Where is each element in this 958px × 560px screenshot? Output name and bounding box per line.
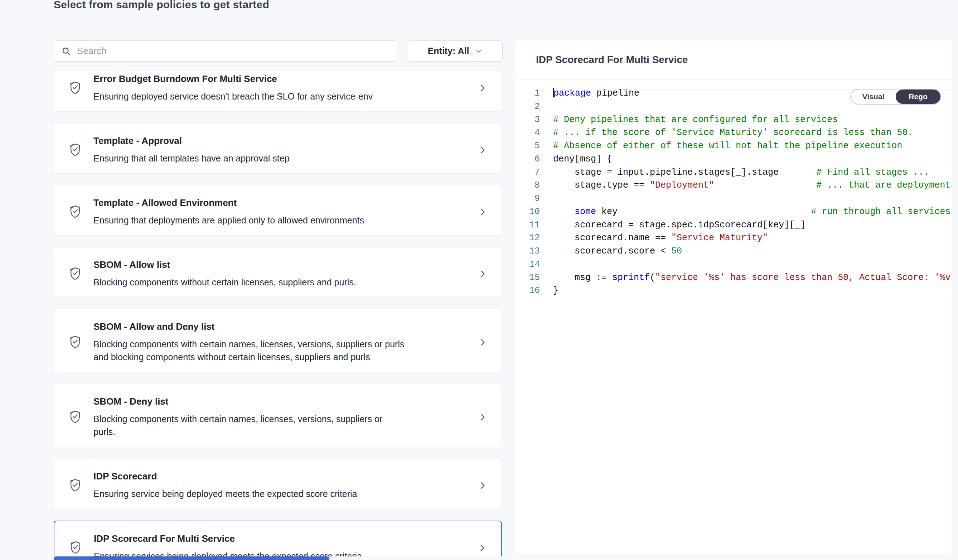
code-line: 13 scorecard.score < 50: [515, 245, 952, 258]
shield-check-icon: [68, 409, 82, 425]
policy-title: Template - Allowed Environment: [94, 197, 477, 208]
view-mode-toggle: Visual Rego: [850, 89, 941, 105]
policy-description: Ensuring that deployments are applied on…: [94, 214, 407, 227]
toggle-visual-button[interactable]: Visual: [851, 89, 896, 104]
code-line: 6deny[msg] {: [515, 153, 952, 166]
line-number: 7: [515, 166, 540, 179]
shield-check-icon: [68, 478, 82, 493]
policy-description: Ensuring services being deployed meets t…: [94, 550, 407, 557]
line-number: 1: [515, 87, 540, 100]
policy-description: Blocking components with certain names, …: [94, 338, 407, 363]
policy-description: Blocking components without certain lice…: [94, 276, 407, 289]
code-line: 12 scorecard.name == "Service Maturity": [515, 232, 952, 245]
policy-card[interactable]: SBOM - Allow and Deny listBlocking compo…: [54, 309, 502, 372]
policy-card[interactable]: IDP ScorecardEnsuring service being depl…: [54, 458, 502, 509]
policy-card[interactable]: SBOM - Allow listBlocking components wit…: [54, 247, 502, 298]
policy-title: Error Budget Burndown For Multi Service: [94, 73, 477, 84]
chevron-down-icon: [475, 47, 482, 55]
line-number: 8: [515, 179, 540, 192]
policy-title: SBOM - Allow and Deny list: [94, 321, 477, 332]
code-line: 14: [515, 258, 952, 271]
code-line: 9: [515, 192, 952, 206]
shield-check-icon: [68, 143, 82, 157]
toggle-rego-button[interactable]: Rego: [896, 89, 941, 104]
policy-description: Blocking components with certain names, …: [94, 412, 407, 438]
code-line: 5# Absence of either of these will not h…: [515, 140, 952, 153]
policy-description: Ensuring service being deployed meets th…: [94, 487, 407, 500]
code-content: 1package pipeline23# Deny pipelines that…: [515, 87, 952, 298]
chevron-right-icon: [477, 269, 487, 279]
policy-title: SBOM - Allow list: [94, 259, 477, 270]
policy-title: SBOM - Deny list: [94, 396, 477, 407]
policy-title: IDP Scorecard: [94, 471, 477, 482]
line-number: 6: [515, 153, 540, 166]
bottom-action-button-clipped[interactable]: [54, 557, 329, 560]
chevron-right-icon: [477, 412, 487, 422]
line-number: 2: [515, 100, 540, 114]
policy-card[interactable]: IDP Scorecard For Multi ServiceEnsuring …: [54, 520, 502, 557]
chevron-right-icon: [477, 481, 487, 490]
text-cursor: [553, 88, 554, 97]
code-line: 7 stage = input.pipeline.stages[_].stage…: [515, 166, 952, 179]
policy-list: Error Budget Burndown For Multi ServiceE…: [54, 70, 502, 557]
line-number: 12: [515, 232, 540, 245]
shield-check-icon: [68, 81, 82, 95]
policy-card[interactable]: Template - ApprovalEnsuring that all tem…: [54, 123, 502, 174]
policy-detail-panel: IDP Scorecard For Multi Service Visual R…: [515, 40, 952, 554]
line-number: 11: [515, 219, 540, 232]
line-number: 13: [515, 245, 540, 258]
shield-check-icon: [68, 267, 82, 281]
line-number: 3: [515, 114, 540, 127]
search-icon: [61, 46, 71, 56]
chevron-right-icon: [477, 338, 487, 347]
code-line: 8 stage.type == "Deployment" # ... that …: [515, 179, 952, 192]
code-editor[interactable]: Visual Rego 1package pipeline23# Deny pi…: [515, 79, 952, 553]
chevron-right-icon: [477, 207, 487, 217]
policy-card[interactable]: Error Budget Burndown For Multi ServiceE…: [54, 70, 502, 112]
shield-check-icon: [68, 205, 82, 219]
code-line: 4# ... if the score of 'Service Maturity…: [515, 126, 952, 140]
chevron-right-icon: [477, 83, 487, 93]
shield-check-icon: [68, 335, 82, 350]
line-number: 4: [515, 126, 540, 140]
policy-description: Ensuring that all templates have an appr…: [94, 152, 407, 165]
chevron-right-icon: [477, 145, 487, 155]
search-input[interactable]: [76, 45, 390, 57]
page-title: Select from sample policies to get start…: [54, 0, 269, 11]
policy-card[interactable]: Template - Allowed EnvironmentEnsuring t…: [54, 185, 502, 236]
policy-card[interactable]: SBOM - Deny listBlocking components with…: [54, 384, 502, 447]
policy-title: IDP Scorecard For Multi Service: [94, 533, 477, 544]
code-line: 10 some key # run through all services: [515, 206, 952, 219]
entity-filter-label: Entity: All: [428, 46, 469, 56]
line-number: 9: [515, 192, 540, 206]
code-line: 15 msg := sprintf("service '%s' has scor…: [515, 271, 952, 285]
line-number: 15: [515, 271, 540, 285]
policy-description: Ensuring deployed service doesn't breach…: [94, 90, 407, 103]
code-line: 16}: [515, 284, 952, 298]
line-number: 14: [515, 258, 540, 271]
code-line: 11 scorecard = stage.spec.idpScorecard[k…: [515, 219, 952, 232]
filters-row: Entity: All: [54, 40, 503, 62]
policy-detail-header: IDP Scorecard For Multi Service: [515, 40, 952, 79]
line-number: 10: [515, 206, 540, 219]
chevron-right-icon: [477, 543, 487, 552]
entity-filter-dropdown[interactable]: Entity: All: [408, 40, 503, 62]
policy-title: Template - Approval: [94, 135, 477, 146]
search-box[interactable]: [54, 40, 397, 62]
policy-detail-title: IDP Scorecard For Multi Service: [536, 54, 688, 65]
line-number: 16: [515, 284, 540, 298]
code-line: 3# Deny pipelines that are configured fo…: [515, 114, 952, 127]
line-number: 5: [515, 140, 540, 153]
shield-check-icon: [69, 540, 82, 555]
